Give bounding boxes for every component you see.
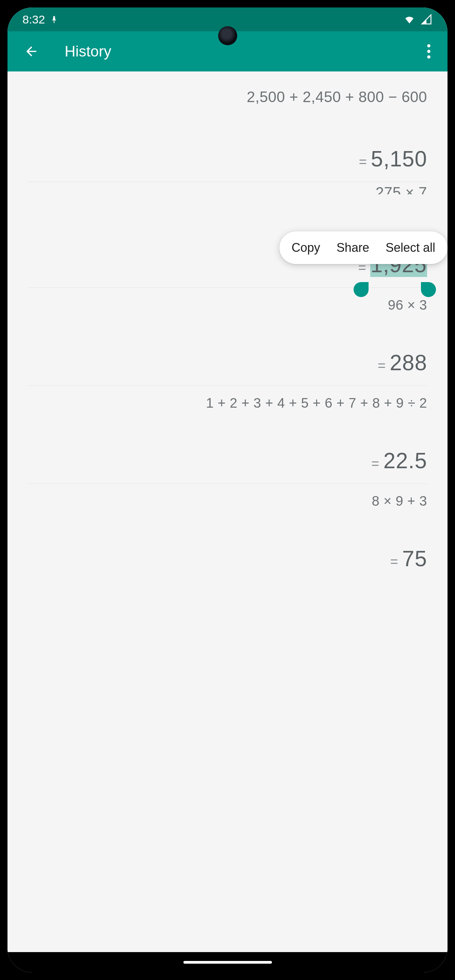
result-text[interactable]: 5,150 [371,146,427,172]
status-pin-icon [50,15,59,24]
svg-point-1 [427,50,430,53]
expression-text[interactable]: 8 × 9 + 3 [28,493,427,509]
page-title: History [65,43,111,60]
select-all-action[interactable]: Select all [386,240,435,255]
history-entry[interactable]: 8 × 9 + 3 = 75 [28,484,427,582]
result-text[interactable]: 288 [390,350,427,375]
screen: 8:32 History 2,500 + 2,450 + 800 − 600 [8,8,447,972]
arrow-back-icon [24,44,39,59]
share-action[interactable]: Share [337,240,369,255]
wifi-icon [402,14,416,25]
copy-action[interactable]: Copy [292,240,320,255]
camera-cutout [218,26,237,45]
svg-point-2 [427,56,430,59]
equals-sign: = [390,554,398,569]
history-list[interactable]: 2,500 + 2,450 + 800 − 600 = 5,150 275 × … [8,72,447,952]
text-selection-menu: Copy Share Select all [279,231,447,264]
equals-sign: = [359,154,366,169]
nav-handle-icon [183,961,272,964]
overflow-menu-button[interactable] [420,41,437,62]
more-vert-icon [427,44,431,59]
history-entry[interactable]: 96 × 3 = 288 [28,288,427,386]
svg-point-0 [427,44,430,47]
expression-text[interactable]: 275 × 7 [28,184,427,194]
equals-sign: = [378,358,386,373]
system-nav-bar[interactable] [8,952,447,972]
result-text[interactable]: 75 [402,546,427,571]
phone-frame: 8:32 History 2,500 + 2,450 + 800 − 600 [0,0,455,980]
expression-text[interactable]: 96 × 3 [28,298,427,313]
result-text[interactable]: 22.5 [383,448,427,473]
expression-text[interactable]: 1 + 2 + 3 + 4 + 5 + 6 + 7 + 8 + 9 ÷ 2 [28,395,427,411]
signal-icon [420,14,433,25]
equals-sign: = [371,456,379,471]
history-entry[interactable]: 2,500 + 2,450 + 800 − 600 = 5,150 [28,72,427,182]
status-time: 8:32 [22,13,45,26]
history-entry[interactable]: 1 + 2 + 3 + 4 + 5 + 6 + 7 + 8 + 9 ÷ 2 = … [28,386,427,484]
back-button[interactable] [21,41,41,62]
expression-text[interactable]: 2,500 + 2,450 + 800 − 600 [28,89,427,105]
